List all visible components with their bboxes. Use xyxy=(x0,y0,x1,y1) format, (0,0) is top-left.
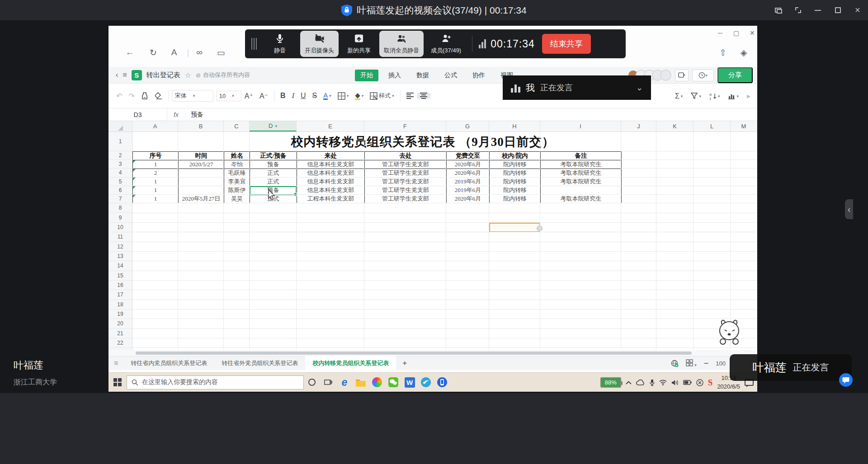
mic-icon[interactable] xyxy=(650,379,655,386)
row-header-5[interactable]: 5 xyxy=(108,178,132,186)
borders-icon[interactable]: ▾ xyxy=(335,92,352,100)
row-header-9[interactable]: 9 xyxy=(108,213,132,222)
table-cell[interactable]: 李美宜 xyxy=(224,178,250,186)
wifi-icon[interactable] xyxy=(659,380,667,385)
column-header-B[interactable]: B xyxy=(178,121,224,131)
row-header-21[interactable]: 21 xyxy=(108,329,132,338)
table-cell[interactable]: 正式 xyxy=(250,169,297,178)
table-cell[interactable]: 正式 xyxy=(250,178,297,186)
row-header-18[interactable]: 18 xyxy=(108,300,132,309)
float-share-screen-button[interactable]: 新的共享 xyxy=(341,31,377,57)
menu-tab-协作[interactable]: 协作 xyxy=(467,70,491,81)
blue-app-icon[interactable] xyxy=(418,373,434,391)
sheet-tab[interactable]: 转往省外党员组织关系登记表 xyxy=(214,356,305,370)
table-cell[interactable]: 考取本院研究生 xyxy=(541,178,622,186)
table-cell[interactable]: 工程本科生党支部 xyxy=(297,195,365,203)
align-left-icon[interactable] xyxy=(403,93,417,99)
table-header-cell[interactable]: 来处 xyxy=(297,152,365,160)
table-cell[interactable]: 2020年5月27日 xyxy=(179,195,224,203)
row-header-10[interactable]: 10 xyxy=(108,223,132,232)
link-icon[interactable]: ∞ xyxy=(193,47,205,57)
self-speaking-banner[interactable]: 我 正在发言 ⌄ xyxy=(503,75,651,100)
table-cell[interactable] xyxy=(179,178,224,186)
row-header-11[interactable]: 11 xyxy=(108,232,132,242)
horizontal-scrollbar[interactable] xyxy=(108,350,757,356)
row-header-12[interactable]: 12 xyxy=(108,242,132,252)
formula-value[interactable]: 预备 xyxy=(185,111,203,119)
fill-color-icon[interactable]: ◆▾ xyxy=(352,92,367,100)
column-header-H[interactable]: H xyxy=(489,121,540,131)
column-header-M[interactable]: M xyxy=(731,121,757,131)
row-header-20[interactable]: 20 xyxy=(108,319,132,328)
table-cell[interactable]: 考取本院研究生 xyxy=(541,169,622,178)
spreadsheet-grid[interactable]: 12345678910111213141516171819202122 校内转移… xyxy=(108,132,757,350)
table-header-cell[interactable]: 去处 xyxy=(365,152,447,160)
protect-icon[interactable]: ◈ xyxy=(738,47,750,58)
column-header-L[interactable]: L xyxy=(693,121,731,131)
table-cell[interactable]: 陈斯伊 xyxy=(224,186,250,195)
strikethrough-icon[interactable]: S xyxy=(309,92,321,100)
column-header-G[interactable]: G xyxy=(446,121,489,131)
float-person-add-button[interactable]: 成员(37/49) xyxy=(426,31,466,57)
row-header-3[interactable]: 3 xyxy=(108,160,132,169)
table-cell[interactable]: 2020年6月 xyxy=(447,195,490,203)
table-cell[interactable]: 院内转移 xyxy=(490,186,541,195)
table-cell[interactable]: 信息本科生党支部 xyxy=(297,160,365,169)
add-sheet-button[interactable]: + xyxy=(396,359,413,368)
battery-icon[interactable] xyxy=(683,380,692,385)
scrollbar-thumb[interactable] xyxy=(136,352,692,355)
edge-icon[interactable]: e xyxy=(336,373,353,391)
table-header-cell[interactable]: 党费交至 xyxy=(447,152,490,160)
table-cell[interactable]: 考取本院研究生 xyxy=(541,195,622,203)
menu-tab-公式[interactable]: 公式 xyxy=(439,70,462,81)
align-center-icon[interactable] xyxy=(417,93,430,99)
table-cell[interactable]: 管工研学生党支部 xyxy=(365,195,447,203)
meeting-float-toolbar[interactable]: 静音开启摄像头新的共享取消全员静音成员(37/49) 00:17:34 结束共享 xyxy=(245,29,626,58)
share-button[interactable]: 分享 xyxy=(717,67,753,83)
font-name-select[interactable]: 宋体▾ xyxy=(172,90,213,102)
table-cell[interactable]: 1 xyxy=(133,160,179,169)
table-cell[interactable]: 2019年6月 xyxy=(447,186,490,195)
row-header-1[interactable]: 1 xyxy=(108,132,132,151)
font-increase-icon[interactable]: A⁺ xyxy=(241,92,256,100)
row-header-19[interactable]: 19 xyxy=(108,309,132,319)
table-cell[interactable]: 管工研学生党支部 xyxy=(365,186,447,195)
chart-icon[interactable]: ▾ xyxy=(725,93,742,99)
table-cell[interactable]: 预备 xyxy=(250,160,297,169)
history-icon[interactable]: ▾ xyxy=(692,70,714,81)
cell-style-icon[interactable]: 样式▾ xyxy=(367,92,397,100)
star-icon[interactable]: ☆ xyxy=(185,71,191,80)
photos-icon[interactable] xyxy=(369,373,385,391)
grid-view-icon[interactable]: ▾ xyxy=(686,359,697,368)
minimize-icon[interactable] xyxy=(814,6,822,14)
table-cell[interactable]: 1 xyxy=(133,186,179,195)
table-header-cell[interactable]: 姓名 xyxy=(224,152,250,160)
redo-icon[interactable]: ↷ xyxy=(125,92,137,100)
row-header-16[interactable]: 16 xyxy=(108,281,132,290)
cell-name-box[interactable]: D3 xyxy=(108,108,167,121)
row-header-7[interactable]: 7 xyxy=(108,195,132,203)
wps-minimize-icon[interactable]: ─ xyxy=(718,29,722,37)
font-decrease-icon[interactable]: A⁻ xyxy=(256,92,271,100)
table-cell[interactable]: 管工研学生党支部 xyxy=(365,160,447,169)
table-cell[interactable]: 院内转移 xyxy=(490,169,541,178)
table-cell[interactable]: 1 xyxy=(133,178,179,186)
doc-back-icon[interactable]: ‹ xyxy=(116,71,118,79)
phone-app-icon[interactable] xyxy=(434,373,450,391)
row-header-22[interactable]: 22 xyxy=(108,338,132,348)
chat-bubble-button[interactable] xyxy=(839,373,853,387)
maximize-icon[interactable] xyxy=(834,6,842,14)
table-header-cell[interactable]: 备注 xyxy=(541,152,622,160)
bold-icon[interactable]: B xyxy=(277,92,289,100)
row-header-17[interactable]: 17 xyxy=(108,290,132,300)
table-cell[interactable]: 信息本科生党支部 xyxy=(297,178,365,186)
chevron-down-icon[interactable]: ⌄ xyxy=(636,83,643,93)
column-header-E[interactable]: E xyxy=(297,121,364,131)
zoom-out-icon[interactable]: − xyxy=(704,359,709,368)
column-header-A[interactable]: A xyxy=(132,121,178,131)
task-view-icon[interactable] xyxy=(320,373,336,391)
column-header-K[interactable]: K xyxy=(656,121,693,131)
wechat-icon[interactable] xyxy=(385,373,401,391)
save-icon[interactable]: ▭ xyxy=(215,47,227,58)
table-cell[interactable]: 2019年6月 xyxy=(447,178,490,186)
